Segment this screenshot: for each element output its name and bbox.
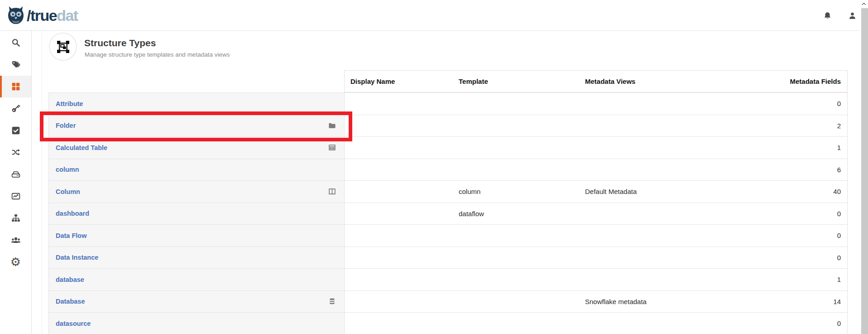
structure-type-link[interactable]: Data Flow	[56, 232, 86, 239]
structure-type-link[interactable]: datasource	[56, 320, 91, 327]
metadata-views-cell	[579, 115, 705, 137]
structure-type-name-cell: Database	[49, 291, 345, 313]
structure-type-link[interactable]: column	[56, 166, 79, 173]
template-cell	[453, 269, 579, 290]
table-row-highlighted: Folder2	[49, 115, 847, 137]
structure-type-name-cell: dashboard	[49, 203, 345, 225]
sidebar-item-search[interactable]	[0, 32, 31, 53]
structure-type-link[interactable]: Column	[56, 188, 80, 195]
sidebar-item-shuffle[interactable]	[0, 141, 31, 163]
template-cell	[453, 247, 579, 269]
sidebar: ⚙	[0, 31, 32, 334]
template-cell	[453, 159, 579, 181]
display-name-cell	[345, 203, 453, 225]
table-row: Attribute0	[49, 93, 847, 115]
template-cell	[453, 115, 579, 137]
table-row: ColumncolumnDefault Metadata40	[49, 181, 847, 203]
display-name-cell	[345, 137, 453, 159]
content-divider-line	[42, 31, 42, 334]
metadata-views-cell	[579, 313, 705, 334]
table-row: database1	[49, 269, 847, 291]
display-name-cell	[345, 313, 453, 334]
metadata-fields-cell: 0	[705, 203, 847, 225]
hard-drive-icon	[11, 170, 20, 179]
table-row: Calculated Table1	[49, 137, 847, 159]
page-scrollbar	[860, 0, 868, 334]
structure-type-link[interactable]: Folder	[56, 122, 76, 129]
structure-type-name-cell: Folder	[49, 115, 345, 137]
metadata-fields-cell: 0	[705, 247, 847, 269]
structure-type-name-cell: Calculated Table	[49, 137, 345, 159]
sidebar-item-grid[interactable]	[0, 76, 31, 97]
tags-icon	[11, 60, 20, 69]
app-root: /truedat ⚙	[0, 0, 868, 334]
topbar-actions	[823, 0, 857, 31]
display-name-cell	[345, 225, 453, 247]
users-icon	[11, 235, 21, 245]
sidebar-item-sitemap[interactable]	[0, 207, 31, 229]
column-header-metadata-fields: Metadata Fields	[705, 77, 847, 85]
table-row: dashboarddataflow0	[49, 203, 847, 225]
table-row: Data Flow0	[49, 225, 847, 247]
grid-icon	[11, 82, 20, 91]
sidebar-item-key[interactable]	[0, 97, 31, 119]
structure-type-link[interactable]: database	[56, 276, 84, 283]
display-name-cell	[345, 269, 453, 290]
display-name-cell	[345, 247, 453, 269]
check-square-icon	[11, 126, 20, 135]
sidebar-item-gear[interactable]: ⚙	[0, 251, 31, 273]
display-name-cell	[345, 115, 453, 137]
user-icon	[848, 11, 857, 20]
display-name-cell	[345, 291, 453, 313]
metadata-fields-cell: 14	[705, 291, 847, 313]
logo-text-primary: /true	[27, 7, 57, 24]
metadata-views-cell	[579, 93, 705, 115]
truedat-logo[interactable]: /truedat	[6, 5, 78, 26]
structure-type-link[interactable]: dashboard	[56, 210, 89, 217]
chart-line-icon	[11, 192, 20, 201]
template-cell	[453, 313, 579, 334]
table-row: Data Instance0	[49, 247, 847, 269]
structure-type-link[interactable]: Database	[56, 298, 85, 305]
display-name-cell	[345, 159, 453, 181]
display-name-cell	[345, 93, 453, 115]
logo-text-secondary: dat	[57, 7, 78, 24]
table-row: datasource0	[49, 313, 847, 334]
user-menu-button[interactable]	[848, 11, 857, 20]
metadata-fields-cell: 0	[705, 93, 847, 115]
structure-type-name-cell: Column	[49, 181, 345, 203]
metadata-fields-cell: 1	[705, 137, 847, 159]
gear-icon: ⚙	[10, 256, 21, 268]
sidebar-item-users[interactable]	[0, 229, 31, 251]
table-icon	[328, 144, 336, 151]
page-subtitle: Manage structure type templates and meta…	[85, 51, 230, 58]
folder-icon	[328, 122, 336, 130]
notifications-button[interactable]	[823, 11, 832, 20]
metadata-views-cell	[579, 159, 705, 181]
object-group-icon	[57, 41, 69, 53]
scrollbar-up-button[interactable]	[860, 0, 868, 8]
structure-type-link[interactable]: Attribute	[56, 100, 83, 107]
structure-type-name-cell: Data Flow	[49, 225, 345, 247]
sidebar-item-tags[interactable]	[0, 53, 31, 75]
table-row: column6	[49, 159, 847, 181]
search-icon	[11, 38, 20, 47]
structure-type-link[interactable]: Data Instance	[56, 254, 98, 261]
table-row: DatabaseSnowflake metadata14	[49, 291, 847, 313]
scrollbar-thumb[interactable]	[861, 8, 868, 334]
table-header-row: Display Name Template Metadata Views Met…	[344, 70, 848, 92]
column-header-display-name: Display Name	[345, 77, 453, 85]
metadata-fields-cell: 2	[705, 115, 847, 137]
sidebar-item-check-square[interactable]	[0, 120, 31, 141]
page-title: Structure Types	[84, 38, 156, 48]
structure-type-link[interactable]: Calculated Table	[56, 144, 107, 151]
bell-icon	[823, 11, 832, 20]
metadata-fields-cell: 0	[705, 225, 847, 247]
structure-type-name-cell: database	[49, 269, 345, 290]
sidebar-item-chart-line[interactable]	[0, 185, 31, 207]
metadata-fields-cell: 0	[705, 313, 847, 334]
sidebar-item-hard-drive[interactable]	[0, 163, 31, 185]
template-cell: column	[453, 181, 579, 203]
metadata-fields-cell: 6	[705, 159, 847, 181]
display-name-cell	[345, 181, 453, 203]
